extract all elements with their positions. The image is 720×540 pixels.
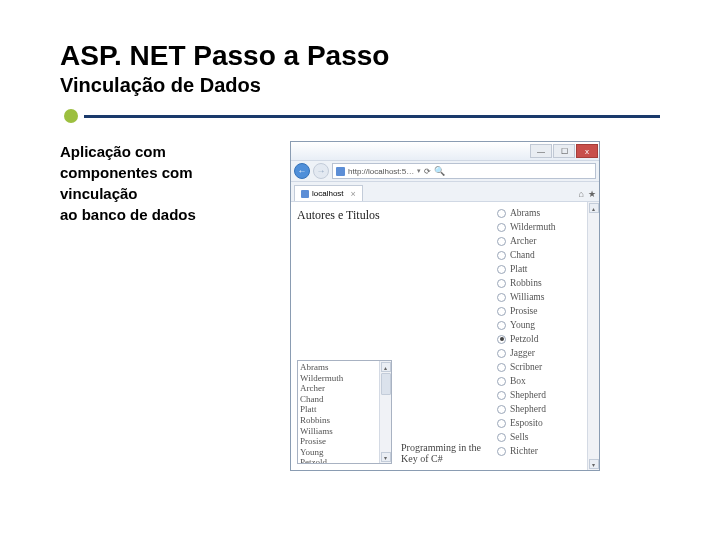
radio-button-icon[interactable] [497, 349, 506, 358]
list-item[interactable]: Archer [300, 383, 377, 394]
radio-row[interactable]: Shepherd [497, 402, 585, 416]
radio-button-icon[interactable] [497, 377, 506, 386]
authors-listbox[interactable]: Abrams Wildermuth Archer Chand Platt Rob… [297, 360, 392, 464]
tab-strip: localhost × ⌂ ★ [291, 182, 599, 202]
radio-row[interactable]: Chand [497, 248, 585, 262]
radio-button-icon[interactable] [497, 307, 506, 316]
list-item[interactable]: Prosise [300, 436, 377, 447]
body-line: Aplicação com [60, 141, 270, 162]
listbox-scrollbar[interactable]: ▴ ▾ [379, 361, 391, 463]
authors-radio-list: AbramsWildermuthArcherChandPlattRobbinsW… [497, 202, 587, 470]
nav-back-button[interactable]: ← [294, 163, 310, 179]
list-item[interactable]: Robbins [300, 415, 377, 426]
radio-label: Scribner [510, 362, 542, 372]
radio-row[interactable]: Sells [497, 430, 585, 444]
radio-row[interactable]: Williams [497, 290, 585, 304]
radio-button-icon[interactable] [497, 335, 506, 344]
list-item[interactable]: Wildermuth [300, 373, 377, 384]
scroll-thumb[interactable] [381, 373, 391, 395]
bullet-dot-icon [64, 109, 78, 123]
page-icon [336, 167, 345, 176]
scroll-down-button[interactable]: ▾ [589, 459, 599, 469]
radio-button-icon[interactable] [497, 363, 506, 372]
page-scrollbar[interactable]: ▴ ▾ [587, 202, 599, 470]
page-content: Autores e Titulos Abrams Wildermuth Arch… [291, 202, 497, 470]
radio-button-icon[interactable] [497, 237, 506, 246]
address-bar[interactable]: http://localhost:5… ▾ ⟳ 🔍 [332, 163, 596, 179]
list-item[interactable]: Petzold [300, 457, 377, 463]
radio-label: Platt [510, 264, 527, 274]
list-item[interactable]: Abrams [300, 362, 377, 373]
radio-row[interactable]: Scribner [497, 360, 585, 374]
radio-label: Robbins [510, 278, 542, 288]
radio-button-icon[interactable] [497, 251, 506, 260]
list-item[interactable]: Williams [300, 426, 377, 437]
window-minimize-button[interactable]: — [530, 144, 552, 158]
radio-button-icon[interactable] [497, 265, 506, 274]
radio-row[interactable]: Prosise [497, 304, 585, 318]
url-text: http://localhost:5… [348, 167, 414, 176]
tab-label: localhost [312, 189, 344, 198]
divider [60, 109, 660, 123]
radio-label: Esposito [510, 418, 543, 428]
radio-row[interactable]: Archer [497, 234, 585, 248]
home-icon[interactable]: ⌂ [579, 189, 584, 199]
favorites-icon[interactable]: ★ [588, 189, 596, 199]
radio-row[interactable]: Robbins [497, 276, 585, 290]
radio-button-icon[interactable] [497, 321, 506, 330]
radio-row[interactable]: Petzold [497, 332, 585, 346]
tab-close-icon[interactable]: × [351, 189, 356, 199]
radio-row[interactable]: Box [497, 374, 585, 388]
search-icon[interactable]: 🔍 [434, 166, 445, 176]
url-dropdown-icon[interactable]: ▾ [417, 167, 421, 175]
radio-label: Wildermuth [510, 222, 556, 232]
radio-button-icon[interactable] [497, 433, 506, 442]
radio-button-icon[interactable] [497, 279, 506, 288]
radio-button-icon[interactable] [497, 209, 506, 218]
browser-toolbar: ← → http://localhost:5… ▾ ⟳ 🔍 [291, 160, 599, 182]
radio-label: Archer [510, 236, 536, 246]
tab-favicon-icon [301, 190, 309, 198]
slide-title: ASP. NET Passo a Passo [60, 40, 660, 72]
refresh-icon[interactable]: ⟳ [424, 167, 431, 176]
radio-row[interactable]: Jagger [497, 346, 585, 360]
list-item[interactable]: Young [300, 447, 377, 458]
radio-label: Sells [510, 432, 528, 442]
radio-row[interactable]: Esposito [497, 416, 585, 430]
list-item[interactable]: Platt [300, 404, 377, 415]
scroll-up-button[interactable]: ▴ [381, 362, 391, 372]
body-line: ao banco de dados [60, 204, 270, 225]
nav-forward-button[interactable]: → [313, 163, 329, 179]
radio-label: Chand [510, 250, 535, 260]
body-line: componentes com [60, 162, 270, 183]
radio-label: Box [510, 376, 526, 386]
scroll-up-button[interactable]: ▴ [589, 203, 599, 213]
radio-row[interactable]: Wildermuth [497, 220, 585, 234]
radio-label: Abrams [510, 208, 540, 218]
body-line: vinculação [60, 183, 270, 204]
radio-row[interactable]: Richter [497, 444, 585, 458]
radio-button-icon[interactable] [497, 405, 506, 414]
radio-button-icon[interactable] [497, 447, 506, 456]
radio-label: Williams [510, 292, 544, 302]
radio-button-icon[interactable] [497, 293, 506, 302]
radio-button-icon[interactable] [497, 223, 506, 232]
radio-label: Shepherd [510, 390, 546, 400]
radio-row[interactable]: Young [497, 318, 585, 332]
slide-subtitle: Vinculação de Dados [60, 74, 660, 97]
window-maximize-button[interactable]: ☐ [553, 144, 575, 158]
tab-tools: ⌂ ★ [579, 189, 596, 201]
browser-viewport: Autores e Titulos Abrams Wildermuth Arch… [291, 202, 599, 470]
radio-row[interactable]: Shepherd [497, 388, 585, 402]
radio-button-icon[interactable] [497, 419, 506, 428]
radio-row[interactable]: Abrams [497, 206, 585, 220]
radio-label: Richter [510, 446, 538, 456]
radio-row[interactable]: Platt [497, 262, 585, 276]
scroll-down-button[interactable]: ▾ [381, 452, 391, 462]
browser-tab[interactable]: localhost × [294, 185, 363, 201]
window-titlebar: — ☐ x [291, 142, 599, 160]
radio-button-icon[interactable] [497, 391, 506, 400]
radio-label: Young [510, 320, 535, 330]
list-item[interactable]: Chand [300, 394, 377, 405]
window-close-button[interactable]: x [576, 144, 598, 158]
